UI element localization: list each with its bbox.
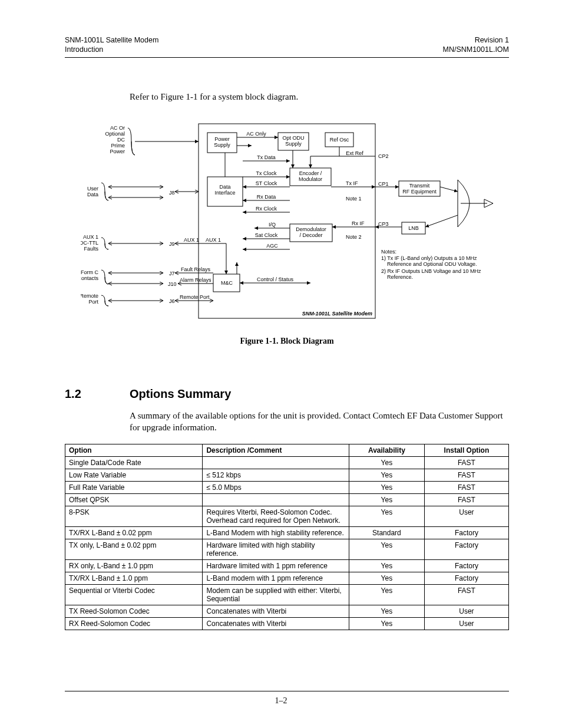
svg-text:Remote Port: Remote Port [180,294,210,300]
svg-text:Rx IF: Rx IF [352,220,365,226]
svg-line-88 [440,187,458,192]
table-cell: Yes [349,494,424,506]
th-avail: Availability [349,444,424,457]
table-cell: Requires Viterbi, Reed-Solomon Codec. Ov… [203,506,349,527]
svg-text:Note 1: Note 1 [346,196,362,202]
svg-text:ST Clock: ST Clock [256,180,277,186]
svg-text:TransmitRF Equipment: TransmitRF Equipment [402,183,437,195]
svg-line-89 [425,215,458,227]
svg-text:Ref Osc: Ref Osc [330,137,349,143]
svg-text:CP2: CP2 [378,153,389,159]
svg-text:CP3: CP3 [378,221,389,227]
table-cell: TX/RX L-Band ± 1.0 ppm [65,572,203,585]
svg-text:DataInterface: DataInterface [214,184,235,196]
table-cell: FAST [424,482,508,494]
table-cell: Yes [349,539,424,560]
table-cell: Yes [349,482,424,494]
svg-text:Ext Ref: Ext Ref [346,150,363,156]
svg-text:Fault Relays: Fault Relays [181,266,211,272]
table-cell: Yes [349,506,424,527]
table-cell: Yes [349,572,424,585]
header-right-2: MN/SNM1001L.IOM [442,45,509,54]
svg-text:Rx Clock: Rx Clock [256,206,277,212]
table-cell: TX only, L-Band ± 0.02 ppm [65,539,203,560]
svg-text:J8: J8 [169,190,175,196]
options-table: Option Description /Comment Availability… [65,444,509,630]
svg-text:Tx IF: Tx IF [346,180,358,186]
svg-text:AC Only: AC Only [246,131,266,137]
table-cell: Factory [424,539,508,560]
header-right-1: Revision 1 [442,35,509,45]
svg-text:Encoder /Modulator: Encoder /Modulator [299,170,322,182]
table-cell: RX Reed-Solomon Codec [65,618,203,630]
section-title: Options Summary [130,387,231,401]
table-row: RX only, L-Band ± 1.0 ppmHardware limite… [65,560,509,572]
svg-text:Tx Clock: Tx Clock [256,170,277,176]
th-desc: Description /Comment [203,444,349,457]
th-install: Install Option [424,444,508,457]
svg-text:J7: J7 [169,271,175,276]
table-cell: RX only, L-Band ± 1.0 ppm [65,560,203,572]
table-cell: Factory [424,572,508,585]
table-cell: TX/RX L-Band ± 0.02 ppm [65,527,203,539]
svg-text:LNB: LNB [408,225,419,231]
table-cell: FAST [424,494,508,506]
table-cell [203,457,349,469]
svg-text:Rx Data: Rx Data [257,194,276,200]
table-row: TX only, L-Band ± 0.02 ppmHardware limit… [65,539,509,560]
table-cell: Standard [349,527,424,539]
table-cell: Concatenates with Viterbi [203,618,349,630]
table-cell: 8-PSK [65,506,203,527]
header-left-2: Introduction [65,45,158,54]
svg-text:Note 2: Note 2 [346,234,362,240]
table-cell: Yes [349,469,424,482]
svg-text:2) Rx IF Outputs LNB Voltage a: 2) Rx IF Outputs LNB Voltage and 10 MHzR… [381,268,481,280]
table-cell: ≤ 512 kbps [203,469,349,482]
svg-text:Form CContacts: Form CContacts [81,269,98,281]
page-footer: 1–2 [0,691,562,706]
table-cell: User [424,605,508,618]
table-cell: Yes [349,560,424,572]
svg-text:J10: J10 [168,281,177,287]
table-cell: Low Rate Variable [65,469,203,482]
table-cell: Concatenates with Viterbi [203,605,349,618]
table-cell: L-Band modem with 1 ppm reference [203,572,349,585]
svg-text:Sat Clock: Sat Clock [255,232,278,238]
section-number: 1.2 [65,387,130,401]
table-cell: TX Reed-Solomon Codec [65,605,203,618]
svg-text:Alarm Relays: Alarm Relays [180,277,211,283]
table-cell: Factory [424,560,508,572]
table-header-row: Option Description /Comment Availability… [65,444,509,457]
table-row: Low Rate Variable≤ 512 kbpsYesFAST [65,469,509,482]
block-diagram-figure: SNM-1001L Satellite Modem AC OrOptionalD… [65,121,509,321]
svg-text:J6: J6 [169,298,175,304]
table-cell: Modem can be supplied with either: Viter… [203,585,349,605]
svg-text:AGC: AGC [266,243,278,249]
table-row: TX/RX L-Band ± 0.02 ppmL-Band Modem with… [65,527,509,539]
table-cell: Factory [424,527,508,539]
table-cell: Yes [349,618,424,630]
svg-text:Tx Data: Tx Data [257,154,276,160]
table-cell: ≤ 5.0 Mbps [203,482,349,494]
table-cell: FAST [424,457,508,469]
table-cell: Yes [349,457,424,469]
svg-text:1) Tx IF (L-Band only) Outputs: 1) Tx IF (L-Band only) Outputs a 10 MHzR… [381,255,477,267]
table-row: Offset QPSKYesFAST [65,494,509,506]
table-row: 8-PSKRequires Viterbi, Reed-Solomon Code… [65,506,509,527]
table-cell [203,494,349,506]
table-row: RX Reed-Solomon CodecConcatenates with V… [65,618,509,630]
table-cell: Hardware limited with 1 ppm reference [203,560,349,572]
table-cell: Full Rate Variable [65,482,203,494]
th-option: Option [65,444,203,457]
diagram-caption-inside: SNM-1001L Satellite Modem [302,311,372,317]
svg-text:PowerSupply: PowerSupply [214,136,230,148]
table-row: Single Data/Code RateYesFAST [65,457,509,469]
table-cell: FAST [424,585,508,605]
section-body: A summary of the available options for t… [130,410,509,434]
header-rule [65,57,509,58]
section-heading: 1.2 Options Summary [65,387,509,401]
table-cell: L-Band Modem with high stability referen… [203,527,349,539]
page-number: 1–2 [275,696,287,705]
table-cell: User [424,506,508,527]
svg-text:AUX 1OC-TTLFaults: AUX 1OC-TTLFaults [81,234,98,252]
